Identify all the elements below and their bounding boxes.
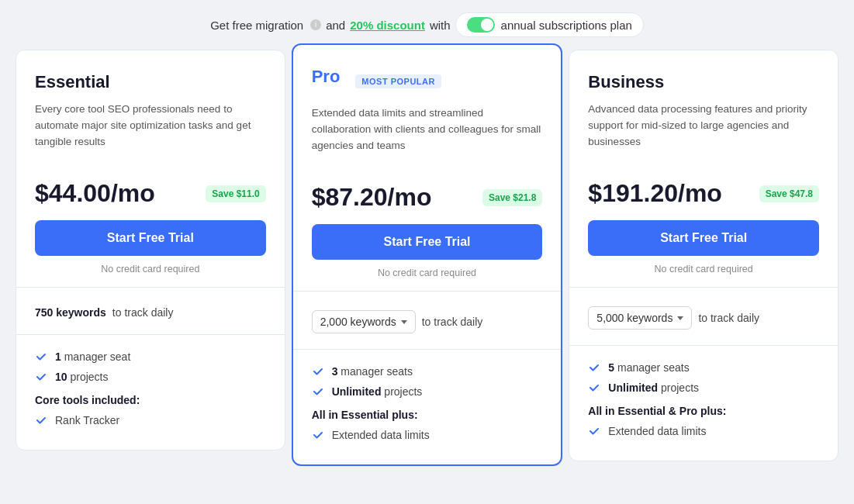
essential-cta-button[interactable]: Start Free Trial xyxy=(35,220,266,256)
check-icon-2 xyxy=(35,371,47,383)
essential-projects-num: 10 xyxy=(55,371,67,383)
check-icon-8 xyxy=(588,381,600,394)
check-icon-5 xyxy=(312,385,324,398)
business-plan-name: Business xyxy=(588,72,819,92)
pro-name-row: Pro MOST POPULAR xyxy=(312,67,543,96)
plans-container: Essential Every core tool SEO profession… xyxy=(0,50,854,477)
business-feature-list: 5 manager seats Unlimited projects All i… xyxy=(588,355,819,437)
essential-core-title: Core tools included: xyxy=(35,394,266,406)
pro-seats-label: manager seats xyxy=(341,365,413,378)
business-seats-label: manager seats xyxy=(617,361,690,374)
essential-core-feature-1: Rank Tracker xyxy=(35,414,266,426)
check-icon-7 xyxy=(588,361,600,374)
info-icon[interactable]: i xyxy=(310,19,321,30)
plan-pro: Pro MOST POPULAR Extended data limits an… xyxy=(292,43,563,466)
most-popular-badge: MOST POPULAR xyxy=(355,74,441,88)
pro-core-title: All in Essential plus: xyxy=(312,409,543,421)
pro-price-value: $87.20 xyxy=(312,183,388,211)
business-core-title: All in Essential & Pro plus: xyxy=(588,405,819,417)
business-price-value: $191.20 xyxy=(588,179,678,207)
annual-toggle-wrapper[interactable]: annual subscriptions plan xyxy=(455,12,644,37)
essential-price-row: $44.00/mo Save $11.0 xyxy=(35,179,266,208)
check-icon-3 xyxy=(35,414,47,426)
pro-divider-2 xyxy=(293,349,562,350)
essential-seats-num: 1 xyxy=(55,350,61,363)
pro-cta-button[interactable]: Start Free Trial xyxy=(312,224,543,260)
essential-price: $44.00/mo xyxy=(35,179,155,208)
pro-projects-num: Unlimited xyxy=(332,385,382,398)
pro-plan-desc: Extended data limits and streamlined col… xyxy=(312,105,543,167)
plan-essential: Essential Every core tool SEO profession… xyxy=(16,50,285,450)
essential-divider-1 xyxy=(16,287,285,288)
pro-keywords-value: 2,000 keywords xyxy=(320,316,396,328)
essential-save-badge: Save $11.0 xyxy=(206,185,265,202)
pro-price: $87.20/mo xyxy=(312,183,432,212)
with-text: with xyxy=(430,19,451,32)
plan-business: Business Advanced data processing featur… xyxy=(569,50,838,461)
business-price-row: $191.20/mo Save $47.8 xyxy=(588,179,819,208)
pro-core-feature-1: Extended data limits xyxy=(312,429,543,441)
business-core-feature-1: Extended data limits xyxy=(588,425,819,437)
pro-no-credit: No credit card required xyxy=(312,268,543,278)
pro-feature-seats: 3 manager seats xyxy=(312,365,543,378)
essential-no-credit: No credit card required xyxy=(35,264,266,274)
chevron-down-icon-2 xyxy=(677,316,683,320)
pro-keywords-suffix: to track daily xyxy=(422,316,483,328)
business-plan-desc: Advanced data processing features and pr… xyxy=(588,102,819,164)
pro-feature-list: 3 manager seats Unlimited projects All i… xyxy=(312,359,543,441)
business-keywords-suffix: to track daily xyxy=(698,312,759,324)
pro-keywords-row: 2,000 keywords to track daily xyxy=(312,304,543,340)
pro-price-row: $87.20/mo Save $21.8 xyxy=(312,183,543,212)
essential-feature-seats: 1 manager seat xyxy=(35,350,266,363)
essential-keywords-row: 750 keywords to track daily xyxy=(35,300,266,325)
essential-seats-label: manager seat xyxy=(64,350,131,363)
business-save-badge: Save $47.8 xyxy=(759,185,819,202)
essential-plan-desc: Every core tool SEO professionals need t… xyxy=(35,102,266,164)
essential-rank-tracker: Rank Tracker xyxy=(55,414,119,426)
business-feature-seats: 5 manager seats xyxy=(588,361,819,374)
business-keywords-row: 5,000 keywords to track daily xyxy=(588,300,819,336)
business-no-credit: No credit card required xyxy=(588,264,819,274)
essential-feature-projects: 10 projects xyxy=(35,371,266,383)
pro-per-mo: /mo xyxy=(388,183,432,211)
discount-text: 20% discount xyxy=(350,19,425,32)
essential-plan-name: Essential xyxy=(35,72,266,92)
business-feature-projects: Unlimited projects xyxy=(588,381,819,394)
business-keywords-dropdown[interactable]: 5,000 keywords xyxy=(588,306,692,330)
chevron-down-icon xyxy=(401,320,407,324)
business-projects-label: projects xyxy=(661,381,699,394)
check-icon-9 xyxy=(588,425,600,437)
business-keywords-value: 5,000 keywords xyxy=(596,312,672,324)
check-icon-4 xyxy=(312,365,324,378)
pro-seats-num: 3 xyxy=(332,365,338,378)
business-cta-button[interactable]: Start Free Trial xyxy=(588,220,819,256)
essential-divider-2 xyxy=(16,334,285,335)
essential-keywords-suffix: to track daily xyxy=(112,306,174,319)
essential-per-mo: /mo xyxy=(111,179,155,207)
pro-divider-1 xyxy=(293,291,562,292)
pro-projects-label: projects xyxy=(384,385,422,398)
and-text: and xyxy=(326,19,345,32)
pro-feature-projects: Unlimited projects xyxy=(312,385,543,398)
business-per-mo: /mo xyxy=(678,179,722,207)
business-price: $191.20/mo xyxy=(588,179,722,208)
migration-text: Get free migration xyxy=(210,19,303,32)
check-icon-6 xyxy=(312,429,324,441)
business-projects-num: Unlimited xyxy=(608,381,658,394)
pro-keywords-dropdown[interactable]: 2,000 keywords xyxy=(312,310,416,333)
essential-projects-label: projects xyxy=(70,371,108,383)
pro-plan-name: Pro xyxy=(312,67,341,87)
business-divider-1 xyxy=(569,287,838,288)
pro-extended-limits: Extended data limits xyxy=(332,429,430,441)
business-seats-num: 5 xyxy=(608,361,614,374)
essential-feature-list: 1 manager seat 10 projects Core tools in… xyxy=(35,344,266,426)
annual-toggle[interactable] xyxy=(467,17,495,33)
pro-save-badge: Save $21.8 xyxy=(482,189,542,206)
business-extended-limits: Extended data limits xyxy=(608,425,706,437)
annual-label: annual subscriptions plan xyxy=(501,19,632,32)
business-divider-2 xyxy=(569,345,838,346)
essential-price-value: $44.00 xyxy=(35,179,111,207)
check-icon xyxy=(35,350,47,363)
essential-keywords-value: 750 keywords xyxy=(35,306,106,319)
top-bar: Get free migration i and 20% discount wi… xyxy=(0,0,854,50)
